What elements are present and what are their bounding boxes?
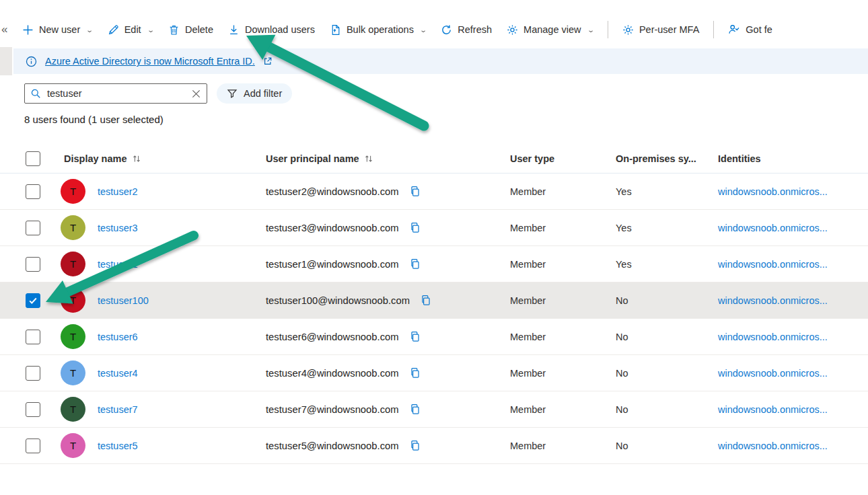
add-filter-label: Add filter [244,88,282,99]
table-row[interactable]: T testuser1 testuser1@windowsnoob.com Me… [0,246,868,282]
filter-bar: Add filter [24,83,292,104]
sort-icon [132,154,141,163]
chevron-down-icon: ⌄ [419,26,427,34]
identity-link[interactable]: windowsnoob.onmicros... [718,404,828,415]
download-users-button[interactable]: Download users [221,20,322,40]
user-type-cell: Member [510,441,616,451]
select-all-checkbox[interactable] [26,151,40,166]
display-name-link[interactable]: testuser5 [98,441,138,451]
row-checkbox[interactable] [26,293,40,308]
display-name-link[interactable]: testuser7 [98,404,138,415]
identity-link[interactable]: windowsnoob.onmicros... [718,259,828,270]
row-checkbox[interactable] [26,330,40,344]
upn-text: testuser4@windowsnoob.com [266,368,399,379]
upn-text: testuser1@windowsnoob.com [266,259,399,270]
copy-icon[interactable] [409,186,421,198]
edit-button[interactable]: Edit ⌄ [100,20,161,40]
identity-link[interactable]: windowsnoob.onmicros... [718,186,828,197]
on-premises-cell: Yes [616,259,718,270]
per-user-mfa-label: Per-user MFA [639,24,699,35]
on-premises-cell: Yes [616,186,718,197]
new-user-label: New user [39,24,80,35]
row-checkbox[interactable] [26,184,40,199]
funnel-icon [227,88,238,99]
display-name-link[interactable]: testuser3 [98,223,138,233]
display-name-link[interactable]: testuser2 [98,186,138,197]
display-name-link[interactable]: testuser100 [98,295,149,306]
display-name-link[interactable]: testuser1 [98,259,138,270]
refresh-button[interactable]: Refresh [433,20,499,40]
toolbar-divider [713,21,714,38]
user-avatar: T [61,252,85,276]
per-user-mfa-button[interactable]: Per-user MFA [615,20,707,40]
column-header-display-name[interactable]: Display name [61,153,266,164]
search-box[interactable] [24,83,207,104]
on-premises-cell: No [616,332,718,342]
add-filter-button[interactable]: Add filter [217,83,292,104]
bulk-operations-button[interactable]: Bulk operations ⌄ [322,20,433,40]
identity-link[interactable]: windowsnoob.onmicros... [718,368,828,379]
table-row[interactable]: T testuser2 testuser2@windowsnoob.com Me… [0,174,868,210]
user-avatar: T [61,179,85,204]
identity-link[interactable]: windowsnoob.onmicros... [718,332,828,342]
row-checkbox[interactable] [26,257,40,272]
search-input[interactable] [47,88,185,99]
external-link-icon[interactable] [263,56,273,66]
copy-icon[interactable] [409,258,421,270]
user-type-cell: Member [510,368,616,379]
clear-search-icon[interactable] [191,89,201,99]
new-user-button[interactable]: New user ⌄ [15,20,100,40]
table-body: T testuser2 testuser2@windowsnoob.com Me… [0,174,868,464]
chevron-down-icon: ⌄ [147,26,155,34]
got-feedback-button[interactable]: Got fe [721,20,780,40]
row-checkbox[interactable] [26,366,40,381]
copy-icon[interactable] [409,367,421,379]
identity-link[interactable]: windowsnoob.onmicros... [718,223,828,233]
copy-icon[interactable] [409,331,421,343]
trash-icon [168,24,180,36]
column-header-identities[interactable]: Identities [718,153,868,164]
on-premises-cell: No [616,441,718,451]
identity-link[interactable]: windowsnoob.onmicros... [718,295,828,306]
display-name-link[interactable]: testuser4 [98,368,138,379]
copy-icon[interactable] [420,295,432,307]
table-row[interactable]: T testuser100 testuser100@windowsnoob.co… [0,282,868,319]
edit-label: Edit [124,24,141,35]
table-header-row: Display name User principal name User ty… [0,145,868,174]
left-gutter [0,47,12,75]
column-header-on-premises[interactable]: On-premises sy... [616,153,718,164]
manage-view-button[interactable]: Manage view ⌄ [499,20,601,40]
table-row[interactable]: T testuser3 testuser3@windowsnoob.com Me… [0,210,868,246]
delete-button[interactable]: Delete [161,20,221,40]
row-checkbox[interactable] [26,439,40,453]
copy-icon[interactable] [409,440,421,452]
column-header-upn[interactable]: User principal name [266,153,510,164]
users-table: Display name User principal name User ty… [0,145,868,464]
check-icon [28,296,38,305]
column-header-user-type[interactable]: User type [510,153,616,164]
row-checkbox[interactable] [26,402,40,417]
user-type-cell: Member [510,223,616,233]
user-avatar: T [61,215,85,240]
delete-label: Delete [185,24,213,35]
entra-banner-link[interactable]: Azure Active Directory is now Microsoft … [45,56,255,67]
table-row[interactable]: T testuser4 testuser4@windowsnoob.com Me… [0,355,868,391]
user-type-cell: Member [510,404,616,415]
copy-icon[interactable] [409,404,421,416]
gear-icon [622,24,634,36]
download-icon [228,24,240,36]
info-icon [26,56,37,67]
table-row[interactable]: T testuser5 testuser5@windowsnoob.com Me… [0,428,868,464]
on-premises-cell: No [616,368,718,379]
user-avatar: T [61,360,85,385]
table-row[interactable]: T testuser7 testuser7@windowsnoob.com Me… [0,391,868,428]
upn-text: testuser100@windowsnoob.com [266,295,410,306]
display-name-link[interactable]: testuser6 [98,332,138,342]
row-checkbox[interactable] [26,221,40,235]
search-icon [30,88,41,99]
got-feedback-label: Got fe [746,24,772,35]
copy-icon[interactable] [409,222,421,234]
table-row[interactable]: T testuser6 testuser6@windowsnoob.com Me… [0,319,868,355]
collapse-sidebar-icon[interactable]: « [0,23,15,36]
identity-link[interactable]: windowsnoob.onmicros... [718,441,828,451]
